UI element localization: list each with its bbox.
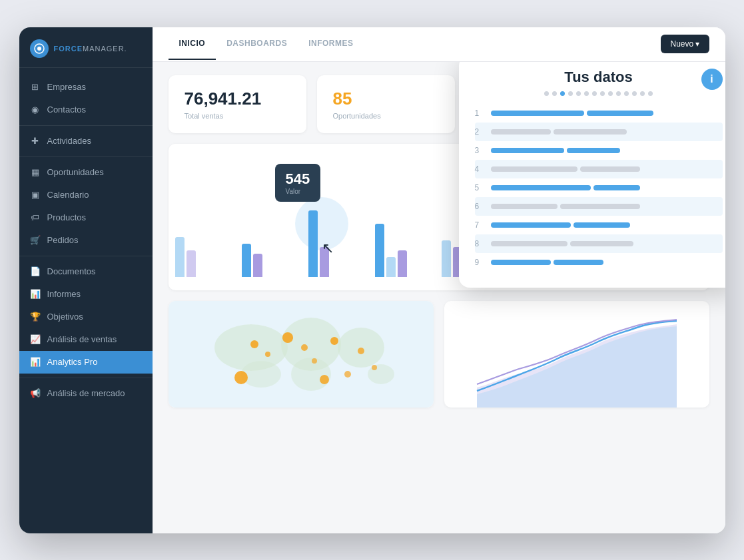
dot-9 <box>608 91 613 96</box>
row-num-3: 3 <box>475 146 491 155</box>
popup-bar-gray-6 <box>491 204 558 209</box>
cursor-icon: ↖ <box>322 240 334 257</box>
popup-bar-blue-5b <box>593 185 640 190</box>
sidebar-logo: FORCEMANAGER. <box>19 27 153 68</box>
tooltip-label: Valor <box>286 188 310 195</box>
sidebar-item-objetivos[interactable]: 🏆 Objetivos <box>19 306 153 328</box>
calendario-icon: ▣ <box>30 190 41 200</box>
tab-inicio[interactable]: INICIO <box>169 28 216 60</box>
new-button[interactable]: Nuevo ▾ <box>661 35 709 53</box>
sidebar: FORCEMANAGER. ⊞ Empresas ◉ Contactos ✚ A… <box>19 27 153 533</box>
map-svg <box>169 301 434 408</box>
popup-bar-blue-3b <box>567 148 620 153</box>
bar-4a <box>375 224 384 277</box>
row-bars-1 <box>491 111 723 116</box>
sidebar-item-informes[interactable]: 📊 Informes <box>19 283 153 306</box>
sidebar-item-analisis-mercado[interactable]: 📢 Análisis de mercado <box>19 382 153 405</box>
sidebar-label-productos: Productos <box>47 212 87 222</box>
sidebar-label-oportunidades: Oportunidades <box>47 167 104 177</box>
sidebar-item-contactos[interactable]: ◉ Contactos <box>19 99 153 121</box>
productos-icon: 🏷 <box>30 212 41 223</box>
popup-bar-gray-2b <box>554 129 627 135</box>
sidebar-label-pedidos: Pedidos <box>47 235 79 245</box>
stat-label-ventas: Total ventas <box>185 112 290 120</box>
row-bars-6 <box>491 204 723 209</box>
popup-overlay: i Tus datos <box>459 62 725 288</box>
popup-info-button[interactable]: i <box>701 69 723 90</box>
svg-point-8 <box>250 340 258 348</box>
sidebar-item-calendario[interactable]: ▣ Calendario <box>19 184 153 206</box>
popup-row-3: 3 <box>475 141 723 160</box>
divider-4 <box>19 378 153 378</box>
sidebar-label-contactos: Contactos <box>47 105 87 115</box>
bar-group-4 <box>375 224 436 277</box>
oportunidades-icon: ▦ <box>30 167 41 178</box>
dot-5 <box>576 91 581 96</box>
sidebar-label-actividades: Actividades <box>47 136 91 146</box>
sidebar-item-oportunidades[interactable]: ▦ Oportunidades <box>19 161 153 184</box>
contactos-icon: ◉ <box>30 105 41 115</box>
divider-2 <box>19 156 153 157</box>
svg-point-18 <box>344 371 351 378</box>
bar-group-3 <box>308 210 370 277</box>
popup-row-5: 5 <box>475 178 723 197</box>
popup-header: i Tus datos <box>475 69 723 96</box>
informes-icon: 📊 <box>30 289 41 300</box>
dot-14 <box>648 91 653 96</box>
popup-bar-blue-7b <box>573 222 630 228</box>
logo-suffix: MANAGER. <box>83 45 127 53</box>
popup-bar-blue-7 <box>491 222 571 228</box>
popup-bar-gray-8b <box>570 241 633 246</box>
line-chart-card <box>444 301 709 408</box>
popup-bar-blue-1 <box>491 111 584 116</box>
tab-informes[interactable]: INFORMES <box>298 28 364 60</box>
svg-point-7 <box>368 364 394 384</box>
logo-icon <box>30 39 49 58</box>
sidebar-item-productos[interactable]: 🏷 Productos <box>19 206 153 229</box>
sidebar-item-analisis-ventas[interactable]: 📈 Análisis de ventas <box>19 328 153 351</box>
row-num-6: 6 <box>475 202 491 211</box>
popup-bar-blue-1b <box>587 111 653 116</box>
svg-point-13 <box>330 337 338 345</box>
map-background <box>169 301 434 408</box>
sidebar-item-actividades[interactable]: ✚ Actividades <box>19 130 153 152</box>
divider-3 <box>19 256 153 256</box>
sidebar-item-empresas[interactable]: ⊞ Empresas <box>19 76 153 99</box>
bar-1b <box>186 250 196 277</box>
row-num-9: 9 <box>475 258 491 267</box>
sidebar-label-informes: Informes <box>47 289 81 299</box>
bar-3a <box>308 210 318 277</box>
row-bars-5 <box>491 185 723 190</box>
popup-rows-container: 1 2 <box>475 104 723 272</box>
analisis-ventas-icon: 📈 <box>30 334 41 345</box>
popup-title: Tus datos <box>475 69 723 86</box>
sidebar-item-analytics-pro[interactable]: 📊 Analytics Pro <box>19 351 153 374</box>
tab-dashboards[interactable]: DASHBOARDS <box>216 28 298 60</box>
stat-card-ventas: 76,941.21 Total ventas <box>169 75 306 133</box>
row-bars-3 <box>491 148 723 153</box>
sidebar-item-pedidos[interactable]: 🛒 Pedidos <box>19 229 153 252</box>
row-num-1: 1 <box>475 109 491 118</box>
documentos-icon: 📄 <box>30 266 41 277</box>
sidebar-item-documentos[interactable]: 📄 Documentos <box>19 260 153 283</box>
dot-13 <box>640 91 645 96</box>
popup-dots <box>475 91 723 96</box>
popup-row-7: 7 <box>475 216 723 234</box>
pedidos-icon: 🛒 <box>30 235 41 246</box>
bar-group-1 <box>175 237 236 277</box>
bar-4c <box>398 250 407 277</box>
stat-value-ventas: 76,941.21 <box>185 89 290 109</box>
main-content: INICIO DASHBOARDS INFORMES Nuevo ▾ 76,94… <box>153 27 725 533</box>
dot-2 <box>552 91 557 96</box>
popup-bar-blue-9b <box>554 260 603 265</box>
svg-point-10 <box>282 332 293 343</box>
dot-11 <box>624 91 629 96</box>
sidebar-label-objetivos: Objetivos <box>47 312 83 322</box>
top-nav: INICIO DASHBOARDS INFORMES Nuevo ▾ <box>153 27 725 62</box>
analytics-pro-icon: 📊 <box>30 357 41 368</box>
chart-tooltip: 545 Valor <box>275 164 321 202</box>
sidebar-nav: ⊞ Empresas ◉ Contactos ✚ Actividades ▦ O… <box>19 68 153 533</box>
popup-bar-gray-4b <box>580 166 640 172</box>
sidebar-label-calendario: Calendario <box>47 190 89 200</box>
popup-row-9: 9 <box>475 253 723 272</box>
